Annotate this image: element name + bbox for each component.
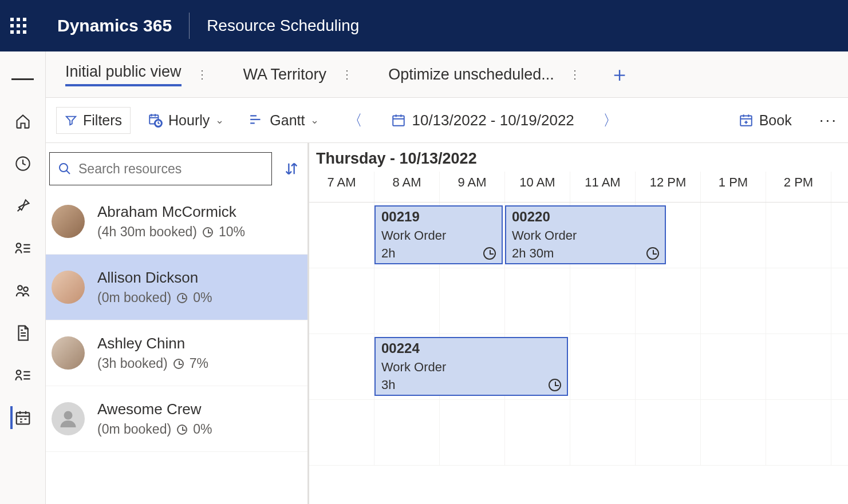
- resource-meta: (0m booked) 0%: [97, 422, 212, 437]
- gantt-rows: 00219 Work Order 2h 00220 Work Order 2: [309, 203, 848, 466]
- hour-label: 2 PM: [766, 172, 831, 202]
- booking-block[interactable]: 00220 Work Order 2h 30m: [505, 205, 666, 264]
- pinned-icon[interactable]: [11, 195, 34, 217]
- tab-menu-icon[interactable]: ⋮: [563, 68, 586, 81]
- top-app-bar: Dynamics 365 Resource Scheduling: [0, 0, 848, 51]
- booking-duration: 2h 30m: [512, 246, 554, 261]
- hour-label: 9 AM: [440, 172, 505, 202]
- avatar: [52, 205, 85, 238]
- resource-meta: (0m booked) 0%: [97, 290, 212, 305]
- calendar-clock-icon: [148, 113, 163, 128]
- schedule-board-icon[interactable]: [10, 406, 33, 429]
- brand-title: Dynamics 365: [57, 16, 172, 35]
- recent-icon[interactable]: [11, 152, 34, 175]
- clock-icon: [646, 247, 659, 260]
- filters-label: Filters: [83, 112, 122, 129]
- add-tab-button[interactable]: ＋: [609, 61, 630, 89]
- svg-point-11: [60, 164, 68, 172]
- app-subtitle: Resource Scheduling: [207, 17, 359, 35]
- prev-period-button[interactable]: 〈: [336, 110, 374, 130]
- resource-panel: Abraham McCormick (4h 30m booked) 10% Al…: [46, 143, 309, 504]
- resource-row[interactable]: Allison Dickson (0m booked) 0%: [46, 255, 307, 320]
- timescale-label: Hourly: [168, 112, 210, 129]
- day-header: Thursday - 10/13/2022: [309, 143, 848, 172]
- viewmode-dropdown[interactable]: Gantt ⌄: [241, 108, 327, 133]
- calendar-icon: [391, 113, 406, 128]
- svg-point-4: [16, 370, 21, 375]
- booking-type: Work Order: [381, 360, 561, 375]
- resource-list: Abraham McCormick (4h 30m booked) 10% Al…: [46, 189, 307, 452]
- gantt-row[interactable]: [309, 400, 848, 466]
- clock-icon: [177, 424, 187, 435]
- svg-point-2: [18, 285, 22, 290]
- svg-rect-5: [16, 412, 29, 424]
- tab-menu-icon[interactable]: ⋮: [191, 68, 214, 81]
- tab-label: Initial public view: [65, 63, 182, 86]
- date-range-label: 10/13/2022 - 10/19/2022: [412, 112, 574, 129]
- view-tabs: Initial public view ⋮ WA Territory ⋮ Opt…: [46, 51, 848, 97]
- search-input[interactable]: [78, 161, 263, 177]
- svg-rect-9: [393, 116, 405, 125]
- resource-name: Allison Dickson: [97, 269, 212, 287]
- app-launcher-icon[interactable]: [10, 18, 33, 34]
- resource-name: Abraham McCormick: [97, 203, 245, 221]
- hour-label: 12 PM: [636, 172, 701, 202]
- search-resources-box[interactable]: [49, 152, 272, 185]
- booking-duration: 3h: [381, 378, 395, 392]
- booking-type: Work Order: [512, 228, 659, 243]
- svg-point-3: [23, 287, 28, 292]
- book-button[interactable]: Book: [731, 108, 800, 133]
- clock-icon: [549, 379, 561, 391]
- avatar: [52, 336, 85, 370]
- people-list-icon[interactable]: [11, 237, 34, 260]
- gantt-row[interactable]: [309, 268, 848, 334]
- team-icon[interactable]: [11, 279, 34, 302]
- booking-block[interactable]: 00224 Work Order 3h: [374, 337, 568, 396]
- sort-button[interactable]: [280, 156, 303, 181]
- tab-wa-territory[interactable]: WA Territory: [240, 61, 330, 88]
- hour-label: 1 PM: [701, 172, 766, 202]
- more-actions-button[interactable]: ···: [809, 111, 848, 129]
- people-list-2-icon[interactable]: [11, 364, 34, 387]
- resource-meta: (3h booked) 7%: [97, 356, 208, 371]
- booking-block[interactable]: 00219 Work Order 2h: [374, 205, 503, 264]
- tab-menu-icon[interactable]: ⋮: [336, 68, 358, 81]
- left-nav-rail: [0, 51, 46, 504]
- booking-type: Work Order: [381, 228, 496, 243]
- booking-id: 00220: [512, 209, 659, 225]
- resource-name: Awesome Crew: [97, 400, 212, 418]
- divider: [189, 13, 190, 39]
- clock-icon: [173, 359, 184, 369]
- document-icon[interactable]: [11, 322, 34, 344]
- tab-optimize-unscheduled[interactable]: Optimize unscheduled...: [385, 61, 558, 88]
- avatar: [52, 402, 85, 435]
- home-icon[interactable]: [11, 110, 34, 133]
- booking-id: 00224: [381, 340, 561, 356]
- next-period-button[interactable]: 〉: [591, 110, 629, 130]
- schedule-board: Abraham McCormick (4h 30m booked) 10% Al…: [46, 143, 848, 504]
- resource-row[interactable]: Ashley Chinn (3h booked) 7%: [46, 320, 307, 386]
- timescale-dropdown[interactable]: Hourly ⌄: [140, 108, 232, 133]
- avatar: [52, 271, 85, 304]
- tab-label: WA Territory: [243, 66, 327, 84]
- filter-icon: [65, 114, 77, 126]
- resource-row[interactable]: Awesome Crew (0m booked) 0%: [46, 386, 307, 452]
- resource-name: Ashley Chinn: [97, 335, 208, 352]
- hamburger-menu-icon[interactable]: [11, 68, 34, 90]
- book-label: Book: [759, 112, 792, 129]
- filters-button[interactable]: Filters: [56, 107, 131, 134]
- hour-label: 8 AM: [374, 172, 440, 202]
- svg-point-12: [64, 411, 73, 420]
- gantt-row[interactable]: 00219 Work Order 2h 00220 Work Order 2: [309, 203, 848, 268]
- hour-label: 10 AM: [505, 172, 570, 202]
- gantt-row[interactable]: 00224 Work Order 3h: [309, 334, 848, 400]
- hour-label: 11 AM: [570, 172, 636, 202]
- date-range-picker[interactable]: 10/13/2022 - 10/19/2022: [383, 107, 582, 134]
- booking-duration: 2h: [381, 246, 395, 261]
- hour-header-row: 7 AM 8 AM 9 AM 10 AM 11 AM 12 PM 1 PM 2 …: [309, 172, 848, 203]
- svg-point-1: [16, 243, 21, 248]
- resource-row[interactable]: Abraham McCormick (4h 30m booked) 10%: [46, 189, 307, 255]
- hour-label: 7 AM: [309, 172, 374, 202]
- clock-icon: [177, 293, 187, 303]
- tab-initial-public-view[interactable]: Initial public view: [62, 58, 185, 91]
